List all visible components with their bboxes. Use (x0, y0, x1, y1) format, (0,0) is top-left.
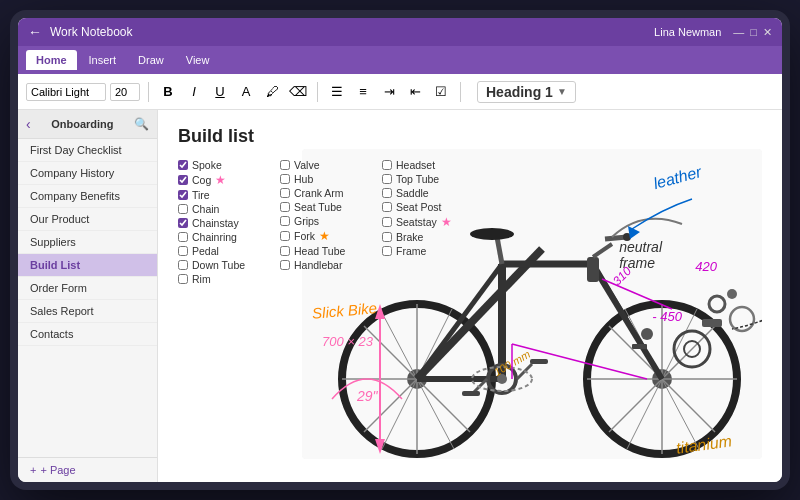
checklist-item-spoke: Spoke (178, 159, 268, 171)
downtube-checkbox[interactable] (178, 260, 188, 270)
seatstay-checkbox[interactable] (382, 217, 392, 227)
tab-view[interactable]: View (176, 50, 220, 70)
device-frame: ← Work Notebook Lina Newman — □ ✕ Home I… (10, 10, 790, 490)
sidebar-item-suppliers[interactable]: Suppliers (18, 231, 157, 254)
eraser-button[interactable]: ⌫ (287, 81, 309, 103)
pedal-checkbox[interactable] (178, 246, 188, 256)
checklist-item-frame: Frame (382, 245, 472, 257)
outdent-button[interactable]: ⇤ (404, 81, 426, 103)
sidebar-item-company-benefits[interactable]: Company Benefits (18, 185, 157, 208)
heading-style-select[interactable]: Heading 1 ▼ (477, 81, 576, 103)
heading-label: Heading 1 (486, 84, 553, 100)
numbered-list-button[interactable]: ≡ (352, 81, 374, 103)
frame-label: Frame (396, 245, 426, 257)
checklist-item-handlebar: Handlebar (280, 259, 370, 271)
build-list-area: Spoke Cog ★ Tire (178, 159, 762, 459)
headtube-checkbox[interactable] (280, 246, 290, 256)
saddle-checkbox[interactable] (382, 188, 392, 198)
seattube-checkbox[interactable] (280, 202, 290, 212)
chainring-checkbox[interactable] (178, 232, 188, 242)
brake-checkbox[interactable] (382, 232, 392, 242)
tire-label: Tire (192, 189, 210, 201)
seatpost-checkbox[interactable] (382, 202, 392, 212)
checklist-item-pedal: Pedal (178, 245, 268, 257)
indent-button[interactable]: ⇥ (378, 81, 400, 103)
bold-button[interactable]: B (157, 81, 179, 103)
headset-checkbox[interactable] (382, 160, 392, 170)
sidebar-item-sales-report[interactable]: Sales Report (18, 300, 157, 323)
page-title: Build list (178, 126, 762, 147)
checklist-item-headtube: Head Tube (280, 245, 370, 257)
sidebar-item-first-day[interactable]: First Day Checklist (18, 139, 157, 162)
svg-point-43 (641, 328, 653, 340)
heading-dropdown-icon: ▼ (557, 86, 567, 97)
tab-draw[interactable]: Draw (128, 50, 174, 70)
color-button[interactable]: A (235, 81, 257, 103)
font-size-input[interactable] (110, 83, 140, 101)
checklist-button[interactable]: ☑ (430, 81, 452, 103)
sidebar-item-build-list[interactable]: Build List (18, 254, 157, 277)
handlebar-checkbox[interactable] (280, 260, 290, 270)
page-content: Build list Spoke (158, 110, 782, 482)
sidebar-item-company-history[interactable]: Company History (18, 162, 157, 185)
sidebar: ‹ Onboarding 🔍 First Day Checklist Compa… (18, 110, 158, 482)
cog-checkbox[interactable] (178, 175, 188, 185)
underline-button[interactable]: U (209, 81, 231, 103)
chain-label: Chain (192, 203, 219, 215)
crankarm-checkbox[interactable] (280, 188, 290, 198)
cog-star-icon: ★ (215, 173, 226, 187)
tab-insert[interactable]: Insert (79, 50, 127, 70)
toolbar-divider-1 (148, 82, 149, 102)
valve-checkbox[interactable] (280, 160, 290, 170)
seattube-label: Seat Tube (294, 201, 342, 213)
checklist-item-rim: Rim (178, 273, 268, 285)
close-button[interactable]: ✕ (763, 26, 772, 39)
checklist-item-seatstay: Seatstay ★ (382, 215, 472, 229)
checklist-item-seatpost: Seat Post (382, 201, 472, 213)
valve-label: Valve (294, 159, 320, 171)
chainring-label: Chainring (192, 231, 237, 243)
grips-checkbox[interactable] (280, 216, 290, 226)
toptube-label: Top Tube (396, 173, 439, 185)
sidebar-item-order-form[interactable]: Order Form (18, 277, 157, 300)
back-button[interactable]: ← (28, 24, 42, 40)
rim-checkbox[interactable] (178, 274, 188, 284)
chainstay-checkbox[interactable] (178, 218, 188, 228)
maximize-button[interactable]: □ (750, 26, 757, 39)
svg-rect-39 (702, 319, 722, 327)
font-family-input[interactable] (26, 83, 106, 101)
sidebar-item-contacts[interactable]: Contacts (18, 323, 157, 346)
sidebar-collapse-button[interactable]: ‹ (26, 116, 31, 132)
svg-rect-44 (632, 344, 647, 349)
rim-label: Rim (192, 273, 211, 285)
saddle-label: Saddle (396, 187, 429, 199)
hub-checkbox[interactable] (280, 174, 290, 184)
checklist-item-fork: Fork ★ (280, 229, 370, 243)
bullet-list-button[interactable]: ☰ (326, 81, 348, 103)
tab-home[interactable]: Home (26, 50, 77, 70)
seatpost-label: Seat Post (396, 201, 442, 213)
svg-point-38 (727, 289, 737, 299)
highlight-button[interactable]: 🖊 (261, 81, 283, 103)
toptube-checkbox[interactable] (382, 174, 392, 184)
sidebar-search-button[interactable]: 🔍 (134, 117, 149, 131)
tire-checkbox[interactable] (178, 190, 188, 200)
frame-checkbox[interactable] (382, 246, 392, 256)
italic-button[interactable]: I (183, 81, 205, 103)
title-bar: ← Work Notebook Lina Newman — □ ✕ (18, 18, 782, 46)
checklist-columns: Spoke Cog ★ Tire (178, 159, 472, 285)
checklist-item-toptube: Top Tube (382, 173, 472, 185)
content-area[interactable]: Build list Spoke (158, 110, 782, 482)
svg-point-27 (623, 233, 631, 241)
spoke-checkbox[interactable] (178, 160, 188, 170)
chain-checkbox[interactable] (178, 204, 188, 214)
checklist-item-hub: Hub (280, 173, 370, 185)
checklist-item-chainring: Chainring (178, 231, 268, 243)
sidebar-item-our-product[interactable]: Our Product (18, 208, 157, 231)
crankarm-label: Crank Arm (294, 187, 344, 199)
headtube-label: Head Tube (294, 245, 345, 257)
minimize-button[interactable]: — (733, 26, 744, 39)
title-bar-right: Lina Newman — □ ✕ (654, 26, 772, 39)
add-page-button[interactable]: + + Page (18, 457, 157, 482)
fork-checkbox[interactable] (280, 231, 290, 241)
